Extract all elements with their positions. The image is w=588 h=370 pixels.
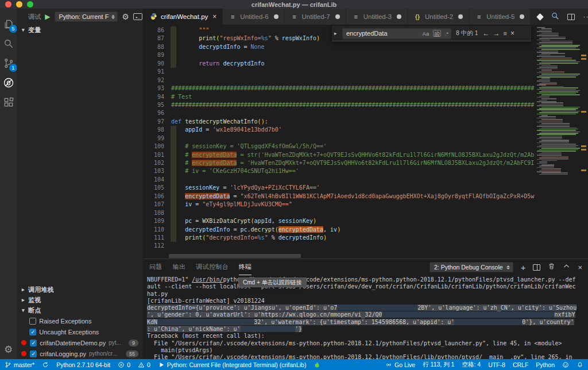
dirty-indicator[interactable] <box>458 14 463 19</box>
split-terminal-icon[interactable] <box>533 264 540 271</box>
terminal-link[interactable]: /usr/bin/ <box>192 276 223 283</box>
status-item-sync[interactable] <box>42 361 49 368</box>
find-input[interactable]: encryptedData Aa ab .* <box>342 28 451 39</box>
status-item[interactable]: 空格: 4 <box>462 361 481 369</box>
code-line[interactable]: 88 decryptdInfo = None <box>144 43 537 51</box>
code-line[interactable]: 112 <box>144 242 537 250</box>
status-item-smiley[interactable] <box>562 361 569 368</box>
status-item[interactable]: Python <box>536 361 555 368</box>
find-expand-icon[interactable]: ▸ <box>334 30 339 36</box>
files-icon[interactable]: 5 <box>1 14 16 34</box>
breakpoint-checkbox[interactable]: ✓ <box>30 350 37 357</box>
status-item[interactable]: 行 113, 列 1 <box>423 361 454 369</box>
new-terminal-icon[interactable]: + <box>521 263 526 272</box>
regex-icon[interactable]: .* <box>445 30 448 37</box>
dirty-indicator[interactable] <box>274 14 278 19</box>
code-line[interactable]: 95######################################… <box>144 101 537 109</box>
breakpoint-row[interactable]: Raised Exceptions <box>17 315 143 326</box>
breakpoint-checkbox[interactable] <box>29 318 36 325</box>
code-line[interactable]: 107 iv = "eTy4gl9plMLDjJuvKU3CMQ==" <box>144 201 537 209</box>
breakpoints-section-header[interactable]: ▾ 断点 <box>17 305 143 315</box>
status-item-broadcast[interactable]: Go Live <box>385 361 415 368</box>
code-line[interactable]: 99 <box>144 134 537 142</box>
code-line[interactable]: 110 decryptedInfo = pc.decrypt(encrypted… <box>144 226 537 234</box>
overview-ruler[interactable] <box>580 25 588 259</box>
more-actions-icon[interactable]: ··· <box>583 13 588 21</box>
code-line[interactable]: 89 <box>144 51 537 59</box>
debug-icon[interactable] <box>1 73 16 92</box>
terminal-select[interactable]: 2: Python Debug Console <box>430 262 513 272</box>
kill-terminal-icon[interactable] <box>548 263 555 272</box>
status-item[interactable]: UTF-8 <box>488 361 505 368</box>
panel-tab[interactable]: 调试控制台 <box>196 259 229 275</box>
panel-tab[interactable]: 终端 <box>239 259 252 275</box>
terminal[interactable]: NBUFFERED=1" /usr/bin/python /Users/crif… <box>144 275 588 359</box>
code-line[interactable]: 98 appId = 'wx1e89041e13bdd7b0' <box>144 126 537 134</box>
status-item[interactable]: CRLF <box>513 361 528 368</box>
editor-tab[interactable]: ≡Untitled-7 <box>285 9 346 25</box>
variables-section-header[interactable]: ▾ 变量 <box>17 25 143 35</box>
debug-config-select[interactable]: Python: Current F <box>55 11 118 22</box>
code-line[interactable]: 90 return decryptdInfo <box>144 60 537 68</box>
dirty-indicator[interactable] <box>335 14 340 19</box>
breakpoint-checkbox[interactable]: ✓ <box>30 340 37 346</box>
code-line[interactable]: 108 <box>144 209 537 217</box>
status-item-bell[interactable] <box>577 361 583 368</box>
close-panel-icon[interactable]: × <box>578 264 582 271</box>
status-item-warning[interactable]: 0 <box>138 361 150 368</box>
breakpoint-row[interactable]: ✓crifanLogging.pypython/cr...55 <box>17 348 143 359</box>
horizontal-scrollbar[interactable] <box>169 254 301 258</box>
code-editor[interactable]: 86 """87 print("respWxInfo=%s" % respWxI… <box>144 25 588 259</box>
status-item-flame[interactable] <box>314 361 320 368</box>
debug-settings-gear-icon[interactable]: ⚙ <box>122 12 129 21</box>
code-line[interactable]: 106 encryptedData = "x62TeNl4hBvBIl1WW81… <box>144 192 537 201</box>
code-line[interactable]: 92 <box>144 76 537 84</box>
code-line[interactable]: 101 # encryptedData = str('HvaWTenZDqMXk… <box>144 151 537 159</box>
split-editor-icon[interactable] <box>567 14 575 20</box>
panel-tab[interactable]: 输出 <box>173 259 186 275</box>
code-line[interactable]: 97def testdecryptWechatInfo(): <box>144 118 537 126</box>
search-icon[interactable] <box>1 34 16 53</box>
breakpoint-checkbox[interactable]: ✓ <box>29 329 36 336</box>
code-line[interactable]: 111 print("decryptedInfo=%s" % decrypted… <box>144 234 537 242</box>
code-line[interactable]: 94# Test <box>144 93 537 101</box>
code-line[interactable]: 100 # sessionKey = 'QTLsgqdXF4sfOmGwl/5h… <box>144 142 537 151</box>
status-item[interactable]: Python 2.7.10 64-bit <box>56 361 110 368</box>
find-in-selection-icon[interactable]: ≡ <box>504 30 507 37</box>
previous-match-icon[interactable]: ← <box>483 29 490 37</box>
match-case-icon[interactable]: Aa <box>423 30 430 37</box>
code-line[interactable]: 109 pc = WXBizDataCrypt(appId, sessionKe… <box>144 217 537 225</box>
editor-tab[interactable]: ≡Untitled-3 <box>346 9 408 25</box>
breakpoint-row[interactable]: ✓Uncaught Exceptions <box>17 326 143 337</box>
breakpoint-row[interactable]: ✓crifanDatetimeDemo.pypyt...9 <box>17 337 143 348</box>
code-line[interactable]: 91 <box>144 68 537 76</box>
editor-tab[interactable]: crifanWechat.py× <box>144 9 223 25</box>
whole-word-icon[interactable]: ab <box>433 30 440 37</box>
call-stack-section-header[interactable]: ▸ 调用堆栈 <box>17 284 143 295</box>
status-item-error[interactable]: 0 <box>118 361 130 368</box>
extensions-icon[interactable] <box>1 92 16 112</box>
start-debug-icon[interactable]: ▶ <box>45 13 50 21</box>
close-tab-icon[interactable]: × <box>212 13 216 21</box>
search-editor-icon[interactable] <box>551 11 559 22</box>
code-line[interactable]: 105 sessionKey = 'lcYPydQya+PZiXcCTYL6FA… <box>144 184 537 192</box>
watch-section-header[interactable]: ▸ 监视 <box>17 295 143 305</box>
debug-console-icon[interactable]: ▸_ <box>133 13 142 20</box>
code-line[interactable]: 104 <box>144 176 537 184</box>
dirty-indicator[interactable] <box>520 14 524 19</box>
code-line[interactable]: 93######################################… <box>144 84 537 92</box>
code-line[interactable]: 102 # encryptedData = 'HvaWTenZDqMXkt+7+… <box>144 159 537 167</box>
minimap[interactable] <box>537 25 580 259</box>
panel-tab[interactable]: 问题 <box>149 259 163 275</box>
code-area[interactable]: 86 """87 print("respWxInfo=%s" % respWxI… <box>144 25 537 259</box>
editor-tab[interactable]: ≡Untitled-5 <box>469 9 531 25</box>
manage-gear-icon[interactable]: ⚙ <box>4 345 13 354</box>
code-line[interactable]: 103 # iv = 'CKeGczH704cSNUTq2hi1Hw==' <box>144 167 537 175</box>
run-icon[interactable] <box>537 13 544 21</box>
next-match-icon[interactable]: → <box>493 29 500 37</box>
editor-tab[interactable]: {}Untitled-2 <box>408 9 469 25</box>
maximize-panel-icon[interactable] <box>563 263 570 272</box>
editor-tab[interactable]: ≡Untitled-6 <box>223 9 284 25</box>
close-find-icon[interactable]: × <box>510 29 514 37</box>
status-item-play[interactable]: Python: Current File (Integrated Termina… <box>158 361 307 368</box>
